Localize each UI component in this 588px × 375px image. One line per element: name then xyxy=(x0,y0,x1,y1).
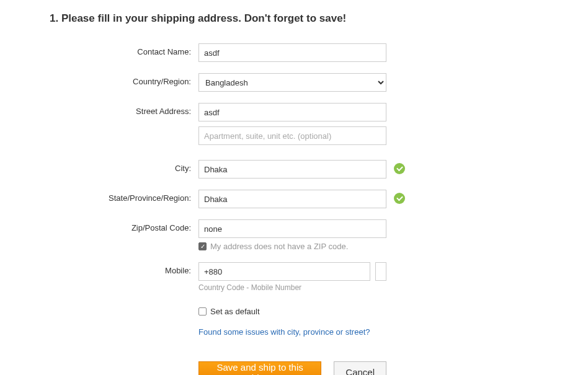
zip-input[interactable] xyxy=(198,219,386,238)
row-mobile: Mobile: Country Code - Mobile Number xyxy=(50,262,538,292)
set-default-label: Set as default xyxy=(210,307,260,316)
issues-link[interactable]: Found some issues with city, province or… xyxy=(198,327,370,337)
street-address-input[interactable] xyxy=(198,103,386,121)
label-mobile: Mobile: xyxy=(50,262,198,275)
country-select[interactable]: Bangladesh xyxy=(198,73,386,92)
row-state: State/Province/Region: xyxy=(50,190,538,208)
label-city: City: xyxy=(50,160,198,173)
row-contact-name: Contact Name: xyxy=(50,43,538,62)
state-input[interactable] xyxy=(198,190,386,208)
row-country: Country/Region: Bangladesh xyxy=(50,73,538,92)
mobile-hint: Country Code - Mobile Number xyxy=(198,283,386,292)
row-zip: Zip/Postal Code: ✓ My address does not h… xyxy=(50,219,538,251)
save-button[interactable]: Save and ship to this address xyxy=(198,361,321,375)
label-state: State/Province/Region: xyxy=(50,190,198,203)
row-city: City: xyxy=(50,160,538,179)
row-buttons: Save and ship to this address Cancel xyxy=(50,348,538,375)
no-zip-checkbox[interactable]: ✓ xyxy=(198,242,207,250)
cancel-button[interactable]: Cancel xyxy=(334,361,386,375)
row-street2 xyxy=(50,126,538,145)
label-country: Country/Region: xyxy=(50,73,198,86)
row-set-default: Set as default xyxy=(50,303,538,316)
checkmark-icon xyxy=(394,163,405,174)
mobile-number-input[interactable] xyxy=(375,262,386,281)
row-street: Street Address: xyxy=(50,103,538,121)
page-title: 1. Please fill in your shipping address.… xyxy=(50,12,538,25)
city-input[interactable] xyxy=(198,160,386,179)
checkmark-icon xyxy=(394,193,405,204)
set-default-checkbox-row: Set as default xyxy=(198,307,386,316)
label-contact-name: Contact Name: xyxy=(50,43,198,56)
label-street: Street Address: xyxy=(50,103,198,116)
set-default-checkbox[interactable] xyxy=(198,307,207,315)
no-zip-checkbox-row: ✓ My address does not have a ZIP code. xyxy=(198,242,386,251)
row-issues-link: Found some issues with city, province or… xyxy=(50,327,538,337)
no-zip-label: My address does not have a ZIP code. xyxy=(210,242,348,251)
contact-name-input[interactable] xyxy=(198,43,386,62)
street-address-2-input[interactable] xyxy=(198,126,386,145)
label-zip: Zip/Postal Code: xyxy=(50,219,198,232)
mobile-country-code-input[interactable] xyxy=(198,262,370,281)
shipping-address-form: 1. Please fill in your shipping address.… xyxy=(0,0,588,375)
